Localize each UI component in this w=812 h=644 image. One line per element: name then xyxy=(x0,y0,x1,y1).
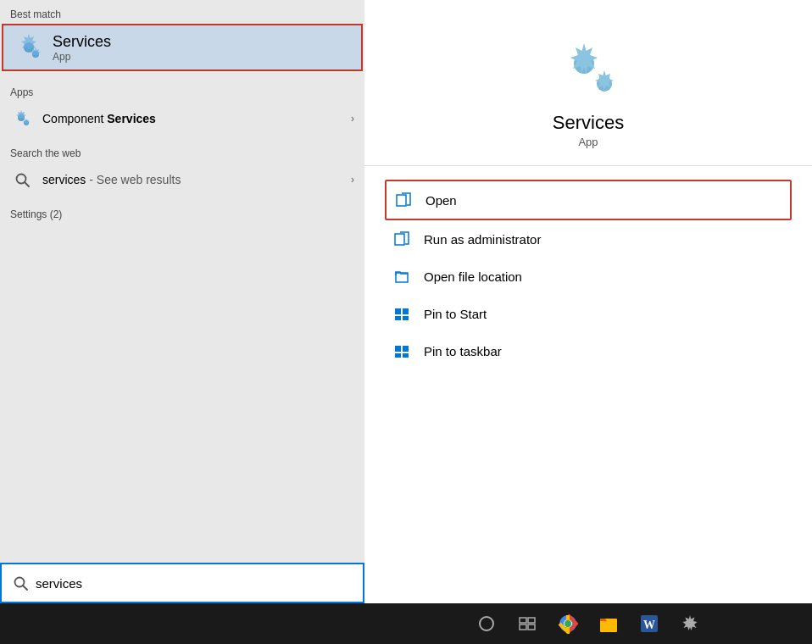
taskbar-right: W xyxy=(364,603,812,644)
svg-rect-14 xyxy=(403,308,409,314)
svg-line-5 xyxy=(25,182,29,186)
left-panel: Best match Services App xyxy=(0,0,364,603)
app-detail-header: Services App xyxy=(364,0,812,166)
taskbar: W xyxy=(0,603,812,644)
services-gear-icon xyxy=(14,32,44,63)
app-detail-type: App xyxy=(578,136,598,148)
best-match-name: Services xyxy=(53,33,111,51)
web-search-arrow: › xyxy=(351,174,354,186)
svg-rect-18 xyxy=(403,346,409,352)
app-detail-icon xyxy=(554,34,622,102)
component-services-item[interactable]: Component Services › xyxy=(0,102,364,136)
svg-rect-25 xyxy=(528,625,535,630)
component-services-label: Component Services xyxy=(42,112,351,125)
apps-section: Apps Component Services › xyxy=(0,71,364,136)
svg-rect-23 xyxy=(528,618,535,623)
file-explorer-taskbar[interactable] xyxy=(592,607,626,641)
app-detail-name: Services xyxy=(553,112,624,134)
task-view-taskbar[interactable] xyxy=(510,607,544,641)
run-as-admin-icon xyxy=(392,229,412,249)
pin-to-taskbar-label: Pin to taskbar xyxy=(424,344,502,358)
svg-rect-17 xyxy=(395,346,401,352)
svg-rect-22 xyxy=(520,618,526,623)
settings-section: Settings (2) xyxy=(0,197,364,224)
best-match-type: App xyxy=(53,51,111,63)
svg-text:W: W xyxy=(643,619,655,631)
search-bar[interactable] xyxy=(0,563,364,603)
best-match-item[interactable]: Services App xyxy=(2,24,363,71)
apps-label: Apps xyxy=(0,78,364,102)
search-bar-icon xyxy=(12,575,29,591)
cortana-search-taskbar[interactable] xyxy=(470,607,503,641)
web-section: Search the web services - See web result… xyxy=(0,136,364,197)
open-action[interactable]: Open xyxy=(385,180,792,220)
settings-taskbar[interactable] xyxy=(673,607,707,641)
open-file-location-icon xyxy=(392,266,412,286)
chrome-taskbar[interactable] xyxy=(551,607,585,641)
svg-rect-10 xyxy=(397,195,406,206)
open-file-location-action[interactable]: Open file location xyxy=(385,258,792,295)
svg-rect-24 xyxy=(520,625,526,630)
settings-label: Settings (2) xyxy=(0,200,364,224)
svg-line-7 xyxy=(23,586,27,590)
search-input[interactable] xyxy=(36,576,353,591)
pin-to-taskbar-action[interactable]: Pin to taskbar xyxy=(385,332,792,369)
search-results: Best match Services App xyxy=(0,0,364,563)
svg-point-21 xyxy=(480,617,493,630)
best-match-label: Best match xyxy=(0,0,364,24)
best-match-text: Services App xyxy=(53,33,111,63)
word-taskbar[interactable]: W xyxy=(632,607,666,641)
open-file-location-label: Open file location xyxy=(424,269,522,284)
svg-rect-13 xyxy=(395,308,401,314)
pin-to-taskbar-icon xyxy=(392,341,412,361)
pin-to-start-label: Pin to Start xyxy=(424,307,487,321)
svg-rect-19 xyxy=(395,353,401,358)
open-icon xyxy=(393,190,414,210)
svg-rect-16 xyxy=(403,316,409,320)
app-actions: Open Run as administrator xyxy=(364,166,812,383)
svg-rect-15 xyxy=(395,316,401,320)
component-services-icon xyxy=(10,107,34,130)
run-as-admin-action[interactable]: Run as administrator xyxy=(385,220,792,258)
taskbar-left xyxy=(0,603,364,644)
open-label: Open xyxy=(425,193,457,208)
web-search-item[interactable]: services - See web results › xyxy=(0,163,364,197)
component-services-arrow: › xyxy=(351,113,354,125)
svg-point-28 xyxy=(565,620,571,627)
pin-to-start-icon xyxy=(392,303,412,324)
pin-to-start-action[interactable]: Pin to Start xyxy=(385,295,792,332)
run-as-admin-label: Run as administrator xyxy=(424,232,541,247)
right-panel: Services App Open xyxy=(364,0,812,603)
web-section-label: Search the web xyxy=(0,139,364,163)
svg-rect-20 xyxy=(403,353,409,358)
svg-rect-11 xyxy=(395,234,404,245)
web-search-icon xyxy=(10,168,34,192)
web-search-label: services - See web results xyxy=(42,173,351,186)
